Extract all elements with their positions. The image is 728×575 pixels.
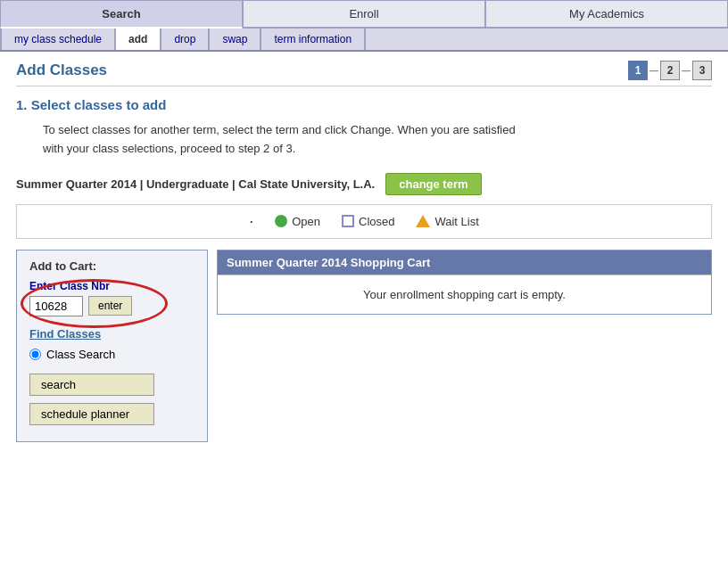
tab-search[interactable]: Search bbox=[0, 0, 243, 29]
cart-header: Summer Quarter 2014 Shopping Cart bbox=[218, 251, 711, 275]
class-search-radio-row: Class Search bbox=[29, 348, 194, 361]
main-content: Add to Cart: Enter Class Nbr enter Find … bbox=[16, 250, 712, 442]
add-to-cart-label: Add to Cart: bbox=[29, 259, 194, 273]
class-search-radio-label: Class Search bbox=[46, 348, 115, 361]
class-nbr-input[interactable] bbox=[29, 296, 83, 316]
step-dash-2: — bbox=[682, 66, 691, 76]
subnav-term-information[interactable]: term information bbox=[261, 29, 366, 50]
open-icon bbox=[275, 215, 287, 227]
section-heading: 1. Select classes to add bbox=[16, 97, 712, 112]
dot-spacer: · bbox=[249, 212, 253, 231]
class-search-radio[interactable] bbox=[29, 349, 41, 360]
sub-navigation: my class schedule add drop swap term inf… bbox=[0, 29, 728, 52]
enter-button[interactable]: enter bbox=[88, 296, 132, 316]
term-text: Summer Quarter 2014 | Undergraduate | Ca… bbox=[16, 177, 375, 191]
class-nbr-row: enter bbox=[29, 296, 194, 316]
instruction-text: To select classes for another term, sele… bbox=[43, 121, 712, 159]
page-title-row: Add Classes 1 — 2 — 3 bbox=[16, 61, 712, 86]
cart-body: Your enrollment shopping cart is empty. bbox=[218, 275, 711, 314]
subnav-add[interactable]: add bbox=[116, 29, 161, 50]
page-content: Add Classes 1 — 2 — 3 1. Select classes … bbox=[0, 52, 728, 451]
subnav-my-class-schedule[interactable]: my class schedule bbox=[0, 29, 116, 50]
step-2: 2 bbox=[660, 61, 680, 80]
subnav-swap[interactable]: swap bbox=[210, 29, 261, 50]
closed-label: Closed bbox=[359, 215, 394, 228]
find-classes-label[interactable]: Find Classes bbox=[29, 327, 194, 341]
change-term-button[interactable]: change term bbox=[385, 173, 481, 195]
shopping-cart-panel: Summer Quarter 2014 Shopping Cart Your e… bbox=[217, 250, 712, 315]
tab-my-academics[interactable]: My Academics bbox=[485, 0, 728, 27]
schedule-planner-button[interactable]: schedule planner bbox=[29, 403, 154, 425]
closed-icon bbox=[342, 215, 354, 227]
search-button[interactable]: search bbox=[29, 374, 154, 396]
step-indicator: 1 — 2 — 3 bbox=[628, 61, 712, 80]
step-3: 3 bbox=[692, 61, 712, 80]
status-waitlist: Wait List bbox=[416, 215, 478, 228]
enter-class-label: Enter Class Nbr bbox=[29, 280, 194, 292]
subnav-drop[interactable]: drop bbox=[161, 29, 210, 50]
step-1: 1 bbox=[628, 61, 648, 80]
left-panel: Add to Cart: Enter Class Nbr enter Find … bbox=[16, 250, 208, 442]
top-navigation: Search Enroll My Academics bbox=[0, 0, 728, 29]
waitlist-label: Wait List bbox=[434, 215, 478, 228]
step-dash-1: — bbox=[649, 66, 658, 76]
open-label: Open bbox=[292, 215, 320, 228]
cart-empty-message: Your enrollment shopping cart is empty. bbox=[218, 275, 711, 314]
status-closed: Closed bbox=[342, 215, 394, 228]
term-bar: Summer Quarter 2014 | Undergraduate | Ca… bbox=[16, 173, 712, 195]
status-open: Open bbox=[275, 215, 320, 228]
tab-enroll[interactable]: Enroll bbox=[243, 0, 485, 27]
status-legend: · Open Closed Wait List bbox=[16, 204, 712, 239]
page-title: Add Classes bbox=[16, 62, 107, 79]
waitlist-icon bbox=[416, 215, 430, 227]
